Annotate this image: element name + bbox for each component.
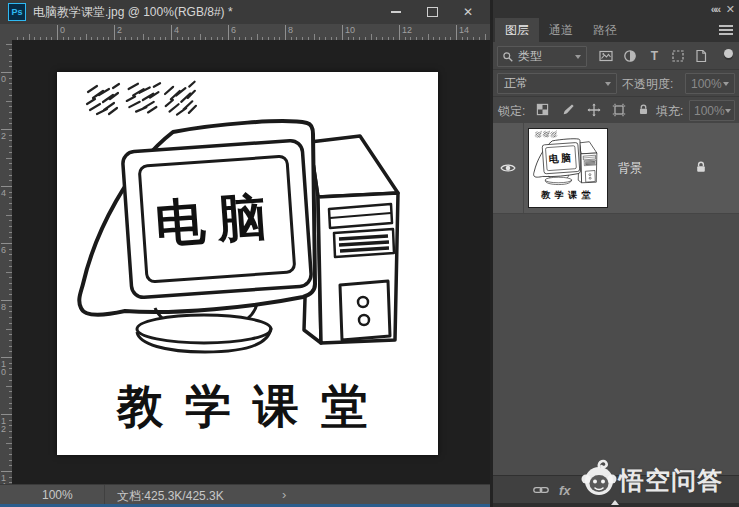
chevron-down-icon bbox=[605, 82, 611, 86]
layer-thumbnail-image bbox=[529, 129, 605, 205]
lock-row: 锁定: 填充: 100% bbox=[493, 96, 739, 123]
chevron-down-icon bbox=[723, 82, 729, 86]
document-title: 电脑教学课堂.jpg @ 100%(RGB/8#) * bbox=[33, 4, 233, 21]
layer-controls: 类型 T 正常 不透明度: 100% bbox=[493, 42, 739, 123]
blend-row: 正常 不透明度: 100% bbox=[493, 69, 739, 97]
lock-position-button[interactable] bbox=[586, 102, 601, 117]
chevron-down-icon bbox=[575, 55, 581, 59]
panel-menu-icon[interactable] bbox=[719, 25, 733, 35]
document-titlebar: Ps 电脑教学课堂.jpg @ 100%(RGB/8#) * ✕ bbox=[0, 0, 493, 25]
collapse-panels-icon[interactable]: «« bbox=[711, 2, 719, 16]
minimize-icon bbox=[391, 11, 401, 13]
artwork-image bbox=[57, 72, 438, 455]
tab-layers[interactable]: 图层 bbox=[495, 18, 539, 42]
fill-value: 100% bbox=[694, 104, 725, 118]
maximize-button[interactable] bbox=[425, 5, 439, 19]
zoom-level-field[interactable]: 100% bbox=[42, 488, 73, 502]
horizontal-ruler[interactable]: 02468101214 bbox=[12, 24, 490, 41]
eye-icon[interactable] bbox=[500, 160, 516, 176]
close-button[interactable]: ✕ bbox=[461, 5, 475, 19]
visibility-cell bbox=[493, 123, 524, 213]
search-icon bbox=[502, 51, 514, 63]
opacity-field[interactable]: 100% bbox=[685, 73, 735, 94]
lock-image-pixels-button[interactable] bbox=[561, 102, 576, 117]
layers-panel: «« ✕ 图层 通道 路径 类型 T bbox=[493, 0, 739, 507]
lock-transparent-pixels-button[interactable] bbox=[535, 102, 550, 117]
panel-header-strip: «« ✕ bbox=[493, 0, 739, 18]
tab-channels[interactable]: 通道 bbox=[539, 18, 583, 42]
photoshop-app-icon: Ps bbox=[8, 3, 26, 21]
opacity-value: 100% bbox=[691, 77, 722, 91]
filter-image-layers-button[interactable] bbox=[598, 48, 613, 63]
panel-bottom-bar: fx bbox=[493, 475, 739, 504]
filter-shape-layers-button[interactable] bbox=[670, 48, 685, 63]
layer-row-background[interactable]: 背景 bbox=[493, 123, 739, 214]
photoshop-window: Ps 电脑教学课堂.jpg @ 100%(RGB/8#) * ✕ 0246810… bbox=[0, 0, 739, 507]
blend-mode-value: 正常 bbox=[504, 75, 528, 92]
status-divider bbox=[104, 485, 105, 505]
link-layers-icon[interactable] bbox=[533, 485, 549, 495]
status-bar: 100% 文档:425.3K/425.3K › bbox=[0, 484, 490, 505]
layer-name: 背景 bbox=[618, 160, 642, 177]
layer-style-fx-icon[interactable]: fx bbox=[559, 483, 571, 498]
filter-row: 类型 T bbox=[493, 42, 739, 70]
lock-artboard-button[interactable] bbox=[611, 102, 626, 117]
tab-paths[interactable]: 路径 bbox=[583, 18, 627, 42]
minimize-button[interactable] bbox=[389, 5, 403, 19]
filter-smart-objects-button[interactable] bbox=[693, 48, 708, 63]
blend-mode-select[interactable]: 正常 bbox=[497, 73, 617, 94]
document-info: 文档:425.3K/425.3K bbox=[117, 488, 224, 505]
close-icon: ✕ bbox=[463, 6, 473, 18]
layer-filter-toggle[interactable] bbox=[724, 49, 733, 58]
layer-thumbnail[interactable] bbox=[528, 128, 608, 208]
fill-field[interactable]: 100% bbox=[689, 100, 735, 121]
chevron-down-icon bbox=[725, 109, 731, 113]
layer-filter-select[interactable]: 类型 bbox=[497, 46, 587, 67]
status-expand-button[interactable]: › bbox=[282, 487, 286, 502]
lock-label: 锁定: bbox=[498, 103, 525, 120]
filter-adjustment-layers-button[interactable] bbox=[622, 48, 637, 63]
filter-type-layers-button[interactable]: T bbox=[647, 48, 662, 63]
lock-all-button[interactable] bbox=[636, 102, 651, 117]
canvas[interactable] bbox=[57, 72, 438, 455]
layer-lock-icon bbox=[694, 160, 708, 174]
panel-bottom-edge bbox=[493, 503, 739, 507]
filter-type-label: 类型 bbox=[518, 48, 542, 65]
maximize-icon bbox=[427, 7, 438, 17]
panel-tabs: 图层 通道 路径 bbox=[493, 18, 739, 42]
panel-close-icon[interactable]: ✕ bbox=[726, 2, 735, 16]
opacity-label: 不透明度: bbox=[622, 76, 673, 93]
fill-label: 填充: bbox=[656, 103, 683, 120]
layer-list: 背景 bbox=[493, 123, 739, 475]
